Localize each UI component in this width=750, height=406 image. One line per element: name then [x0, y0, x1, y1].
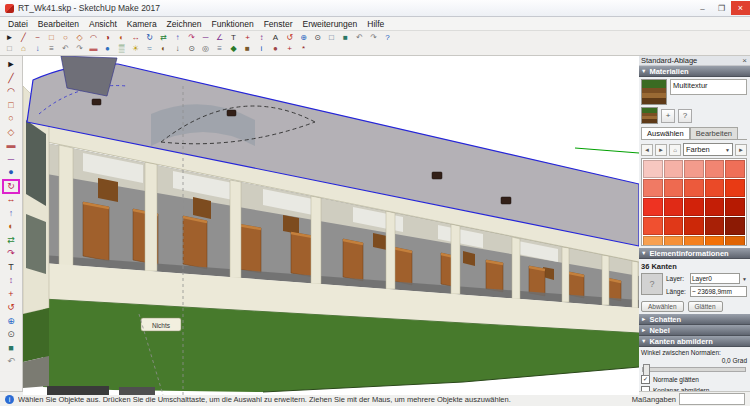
walk-icon[interactable]: ↓	[171, 43, 184, 54]
color-swatch-21[interactable]	[664, 236, 684, 246]
menu-item-fenster[interactable]: Fenster	[259, 19, 298, 29]
rectangle-tool[interactable]: □	[3, 99, 19, 113]
dimension-tool[interactable]: ↕	[3, 274, 19, 288]
color-swatch-14[interactable]	[725, 198, 745, 216]
layers-icon[interactable]: ≡	[213, 43, 226, 54]
menu-item-kamera[interactable]: Kamera	[122, 19, 162, 29]
axes-tool[interactable]: +	[3, 288, 19, 302]
zoom-window-icon[interactable]: □	[325, 32, 338, 43]
color-swatch-6[interactable]	[664, 179, 684, 197]
back-button[interactable]: ◄	[641, 144, 653, 156]
color-swatch-3[interactable]	[705, 160, 725, 178]
color-swatch-11[interactable]	[664, 198, 684, 216]
tape-measure-icon[interactable]: ─	[199, 32, 212, 43]
collection-dropdown[interactable]: Farben ▼	[683, 143, 733, 156]
shadows-icon[interactable]: ☀	[129, 43, 142, 54]
menu-item-erweiterungen[interactable]: Erweiterungen	[297, 19, 362, 29]
pie-icon[interactable]: ◑	[101, 32, 114, 43]
tab-bearbeiten[interactable]: Bearbeiten	[690, 127, 738, 139]
menu-item-zeichnen[interactable]: Zeichnen	[162, 19, 207, 29]
color-swatch-20[interactable]	[643, 236, 663, 246]
pan-icon[interactable]: ⊕	[297, 32, 310, 43]
color-swatch-8[interactable]	[705, 179, 725, 197]
extension-b-icon[interactable]: *	[297, 43, 310, 54]
new-icon[interactable]: □	[3, 43, 16, 54]
layer-dropdown[interactable]: Layer0	[690, 273, 740, 284]
color-swatch-9[interactable]	[725, 179, 745, 197]
fog-icon[interactable]: ≈	[143, 43, 156, 54]
print-icon[interactable]: ≡	[45, 43, 58, 54]
push-pull-icon[interactable]: ↑	[171, 32, 184, 43]
paint-bucket-icon[interactable]: ●	[101, 43, 114, 54]
move-icon[interactable]: ↔	[129, 32, 142, 43]
color-swatch-17[interactable]	[684, 217, 704, 235]
protractor-icon[interactable]: ∠	[213, 32, 226, 43]
3d-text-icon[interactable]: A	[269, 32, 282, 43]
tape-measure-tool[interactable]: ─	[3, 153, 19, 167]
dimension-icon[interactable]: ↕	[255, 32, 268, 43]
line-icon[interactable]: ╱	[17, 32, 30, 43]
orbit-icon[interactable]: ↺	[283, 32, 296, 43]
tray-close-button[interactable]: ×	[742, 56, 747, 65]
zoom-tool[interactable]: ⊙	[3, 328, 19, 342]
viewport-canvas[interactable]: Nichts	[23, 56, 639, 395]
color-swatch-0[interactable]	[643, 160, 663, 178]
minimize-button[interactable]: –	[693, 1, 712, 15]
polygon-icon[interactable]: ◇	[73, 32, 86, 43]
text-icon[interactable]: T	[227, 32, 240, 43]
extension-a-icon[interactable]: +	[283, 43, 296, 54]
color-swatch-12[interactable]	[684, 198, 704, 216]
angle-slider[interactable]	[642, 367, 746, 372]
rectangle-icon[interactable]: □	[45, 32, 58, 43]
section-materials-header[interactable]: ▼ Materialien	[638, 66, 750, 77]
section-soften-edges-header[interactable]: ▼ Kanten abmildern	[638, 336, 750, 347]
color-swatch-22[interactable]	[684, 236, 704, 246]
follow-me-tool[interactable]: ↷	[3, 247, 19, 261]
pan-tool[interactable]: ⊕	[3, 315, 19, 329]
rotate-icon[interactable]: ↻	[143, 32, 156, 43]
zoom-extents-tool[interactable]: ■	[3, 342, 19, 356]
redo-icon[interactable]: ↷	[73, 43, 86, 54]
save-icon[interactable]: ↓	[31, 43, 44, 54]
undo-icon[interactable]: ↶	[59, 43, 72, 54]
forward-button[interactable]: ►	[655, 144, 667, 156]
previous-view-tool[interactable]: ↶	[3, 355, 19, 369]
create-material-button[interactable]: +	[661, 109, 675, 123]
color-swatch-18[interactable]	[705, 217, 725, 235]
polygon-tool[interactable]: ◇	[3, 126, 19, 140]
styles-icon[interactable]: ◐	[157, 43, 170, 54]
scale-tool[interactable]: ⇄	[3, 234, 19, 248]
circle-tool[interactable]: ○	[3, 112, 19, 126]
help-icon[interactable]: ?	[381, 32, 394, 43]
menu-item-ansicht[interactable]: Ansicht	[84, 19, 122, 29]
open-icon[interactable]: ⌂	[17, 43, 30, 54]
smooth-button[interactable]: Glätten	[688, 301, 723, 312]
offset-icon[interactable]: ◐	[115, 32, 128, 43]
materials-browser-icon[interactable]: ●	[269, 43, 282, 54]
scale-icon[interactable]: ⇄	[157, 32, 170, 43]
measurements-input[interactable]	[679, 393, 745, 405]
arc-icon[interactable]: ◠	[87, 32, 100, 43]
next-view-icon[interactable]: ↷	[367, 32, 380, 43]
viewport[interactable]: Nichts	[23, 56, 637, 391]
color-swatch-13[interactable]	[705, 198, 725, 216]
model-info-icon[interactable]: i	[255, 43, 268, 54]
components-icon[interactable]: ◆	[227, 43, 240, 54]
material-name-field[interactable]: Multitextur	[670, 79, 747, 95]
color-swatch-16[interactable]	[664, 217, 684, 235]
color-swatch-23[interactable]	[705, 236, 725, 246]
offset-tool[interactable]: ◐	[3, 220, 19, 234]
move-tool[interactable]: ↔	[3, 193, 19, 207]
previous-view-icon[interactable]: ↶	[353, 32, 366, 43]
axes-icon[interactable]: +	[241, 32, 254, 43]
follow-me-icon[interactable]: ↷	[185, 32, 198, 43]
push-pull-tool[interactable]: ↑	[3, 207, 19, 221]
orbit-tool[interactable]: ↺	[3, 301, 19, 315]
zoom-extents-icon[interactable]: ■	[339, 32, 352, 43]
eraser-icon[interactable]: ▬	[87, 43, 100, 54]
color-swatch-1[interactable]	[664, 160, 684, 178]
tab-auswaehlen[interactable]: Auswählen	[641, 127, 690, 139]
menu-item-bearbeiten[interactable]: Bearbeiten	[33, 19, 84, 29]
section-entity-info-header[interactable]: ▼ Elementinformationen	[638, 248, 750, 259]
maximize-button[interactable]: ❐	[712, 1, 731, 15]
